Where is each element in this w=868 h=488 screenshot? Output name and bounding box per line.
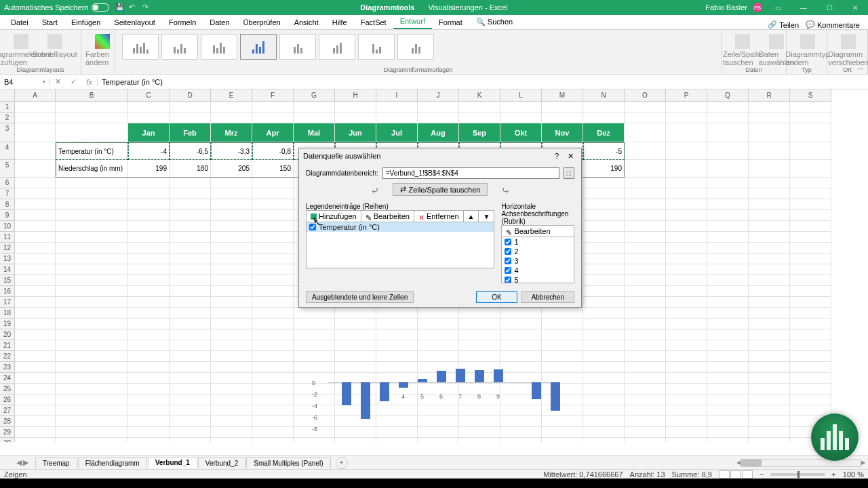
category-listbox[interactable]: 1 2 3 4 5 [501,237,574,283]
embedded-chart[interactable]: 0 -2 -4 -6 -8 4 5 6 7 8 9 [312,380,563,441]
tab-suchen[interactable]: 🔍 Suchen [469,15,519,29]
row-header[interactable]: 17 [0,297,15,308]
col-header[interactable]: E [211,89,252,102]
col-header[interactable]: D [170,89,211,102]
quick-layout-button[interactable]: Schnelllayout [38,31,72,66]
hidden-cells-button[interactable]: Ausgeblendete und leere Zellen [306,291,414,303]
row-header[interactable]: 27 [0,405,15,416]
row-header[interactable]: 22 [0,351,15,362]
row-header[interactable]: 30 [0,438,15,442]
row-header[interactable]: 3 [0,123,15,142]
row-header[interactable]: 8 [0,199,15,210]
row-header[interactable]: 1 [0,102,15,113]
row-header[interactable]: 29 [0,427,15,438]
row-header[interactable]: 19 [0,319,15,329]
row-header[interactable]: 28 [0,416,15,427]
sheet-tab[interactable]: Flächendiagramm [78,458,147,468]
row-header[interactable]: 6 [0,178,15,188]
minimize-icon[interactable]: — [793,0,814,15]
edit-axis-button[interactable]: ✎Bearbeiten [502,226,554,237]
add-chart-element-button[interactable]: Diagrammelement hinzufügen [4,31,38,66]
maximize-icon[interactable]: ☐ [819,0,840,15]
col-header[interactable]: S [790,89,831,102]
name-box[interactable]: B4 [0,78,50,86]
row-header[interactable]: 11 [0,232,15,243]
sheet-tab[interactable]: Treemap [35,458,77,468]
page-layout-icon[interactable] [730,470,741,479]
series-item[interactable]: Temperatur (in °C) [307,222,494,232]
normal-view-icon[interactable] [719,470,730,479]
col-header[interactable]: P [666,89,707,102]
row-header[interactable]: 7 [0,188,15,199]
sheet-tab[interactable]: Verbund_2 [198,458,245,468]
avatar[interactable]: FB [753,3,762,12]
switch-row-column-button[interactable]: ⇄ Zeile/Spalte tauschen [393,183,488,196]
dialog-help-icon[interactable]: ? [550,152,564,160]
row-header[interactable]: 5 [0,160,15,178]
category-item[interactable]: 4 [502,266,574,275]
horizontal-scrollbar[interactable]: ◀ ▶ [736,458,865,468]
tab-factset[interactable]: FactSet [354,16,393,29]
autosave-toggle[interactable]: Automatisches Speichern [0,3,113,12]
col-header[interactable]: H [335,89,376,102]
row-header[interactable]: 25 [0,384,15,394]
col-header[interactable]: L [500,89,542,102]
row-header[interactable]: 26 [0,394,15,405]
tab-ueberpruefen[interactable]: Überprüfen [237,16,288,29]
tab-datei[interactable]: Datei [4,16,35,29]
zoom-out-icon[interactable]: − [760,470,764,479]
add-series-button[interactable]: ＋Hinzufügen [307,211,361,222]
col-header[interactable]: O [625,89,666,102]
close-icon[interactable]: ✕ [845,0,865,15]
col-header[interactable]: K [459,89,500,102]
tab-format[interactable]: Format [432,16,469,29]
col-header[interactable]: R [749,89,790,102]
zoom-level[interactable]: 100 % [843,470,864,479]
switch-row-col-button[interactable]: Zeile/Spalte tauschen [726,31,760,66]
change-colors-button[interactable]: Farben ändern [85,31,119,66]
cancel-formula-icon[interactable]: ✕ [55,77,61,86]
move-up-icon[interactable]: ▲ [464,211,479,222]
move-chart-button[interactable]: Diagramm verschieben [831,31,865,66]
tab-start[interactable]: Start [35,16,64,29]
row-header[interactable]: 10 [0,221,15,232]
category-item[interactable]: 1 [502,237,574,247]
fx-icon[interactable]: fx [86,78,92,86]
category-item[interactable]: 5 [502,275,574,283]
tab-einfuegen[interactable]: Einfügen [64,16,107,29]
col-header[interactable]: J [418,89,459,102]
row-header[interactable]: 14 [0,264,15,275]
chart-data-range-input[interactable] [382,167,559,179]
enter-formula-icon[interactable]: ✓ [71,77,77,86]
row-header[interactable]: 18 [0,308,15,319]
tab-daten[interactable]: Daten [203,16,236,29]
edit-series-button[interactable]: ✎Bearbeiten [361,211,414,222]
remove-series-button[interactable]: ✕Entfernen [414,211,464,222]
row-header[interactable]: 9 [0,210,15,221]
sheet-tab-active[interactable]: Verbund_1 [148,457,197,468]
next-sheet-icon[interactable]: ▶ [23,458,28,467]
tab-seitenlayout[interactable]: Seitenlayout [107,16,162,29]
tab-entwurf[interactable]: Entwurf [393,14,432,29]
sheet-tab[interactable]: Small Multiples (Panel) [246,458,330,468]
row-header[interactable]: 23 [0,362,15,373]
col-header[interactable]: A [15,89,56,102]
move-down-icon[interactable]: ▼ [479,211,494,222]
col-header[interactable]: N [583,89,625,102]
row-header[interactable]: 4 [0,142,15,160]
select-all-corner[interactable] [0,89,15,102]
chart-style-gallery[interactable] [119,31,717,62]
comments-button[interactable]: 💬 Kommentare [806,20,860,29]
row-header[interactable]: 2 [0,113,15,123]
series-checkbox[interactable] [309,224,316,230]
ribbon-display-icon[interactable]: ▭ [768,0,788,15]
dialog-close-icon[interactable]: ✕ [564,152,577,161]
collapse-ribbon-icon[interactable]: ︿ [858,64,864,73]
save-icon[interactable]: 💾 [115,3,125,12]
row-header[interactable]: 24 [0,373,15,384]
zoom-slider[interactable] [770,473,825,476]
change-chart-type-button[interactable]: Diagrammtyp ändern [791,31,825,66]
col-header[interactable]: B [56,89,128,102]
series-listbox[interactable]: Temperatur (in °C) [306,222,494,268]
row-header[interactable]: 12 [0,243,15,253]
